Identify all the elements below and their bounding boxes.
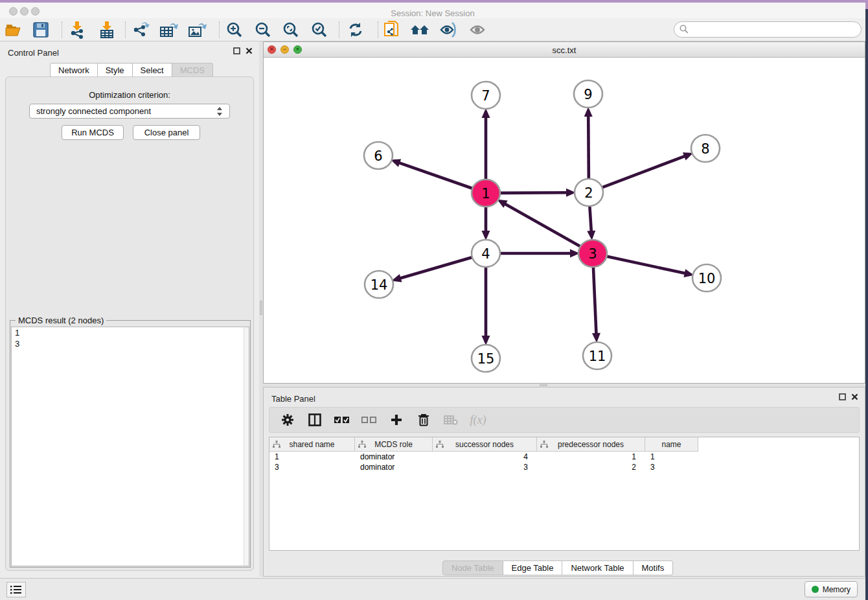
column-header-predecessor-nodes[interactable]: predecessor nodes	[537, 437, 645, 452]
zoom-fit-icon[interactable]	[280, 19, 302, 40]
network-graph[interactable]: 7968124314101511	[264, 58, 865, 383]
optimization-criterion-label: Optimization criterion:	[6, 90, 253, 100]
node-label-3: 3	[588, 246, 597, 262]
column-header-successor-nodes[interactable]: successor nodes	[433, 437, 537, 452]
show-column-icon[interactable]	[306, 411, 324, 429]
table-body: 1dominator4113dominator323	[269, 452, 859, 472]
function-builder-icon: f(x)	[469, 411, 487, 429]
memory-status-icon	[812, 586, 819, 593]
table-cell[interactable]: 2	[537, 462, 645, 472]
mcds-result-list[interactable]: 13	[11, 327, 249, 566]
control-panel-tabs: NetworkStyleSelectMCDS	[50, 63, 213, 77]
column-interaction-icon	[273, 441, 280, 448]
mcds-result-scrollbar[interactable]	[244, 327, 249, 566]
tab-edge-table[interactable]: Edge Table	[503, 560, 563, 575]
tab-motifs[interactable]: Motifs	[634, 560, 674, 575]
toolbar-separator	[378, 21, 378, 38]
hide-graphics-details-icon[interactable]	[437, 19, 459, 40]
add-column-icon[interactable]	[387, 411, 405, 429]
export-image-icon[interactable]	[187, 19, 209, 40]
export-table-icon[interactable]	[158, 19, 180, 40]
show-all-networks-icon[interactable]	[409, 19, 431, 40]
tab-mcds[interactable]: MCDS	[172, 63, 213, 77]
table-cell[interactable]: 3	[433, 462, 537, 472]
edge-2-8[interactable]	[600, 156, 685, 189]
status-bar: Memory	[0, 578, 865, 600]
edge-2-9[interactable]	[588, 115, 589, 180]
run-mcds-button[interactable]: Run MCDS	[62, 125, 124, 140]
edge-3-10[interactable]	[605, 256, 686, 273]
import-network-icon[interactable]	[66, 19, 88, 40]
table-row[interactable]: 1dominator411	[269, 452, 859, 462]
zoom-selected-icon[interactable]	[308, 19, 330, 40]
column-header-shared-name[interactable]: shared name	[269, 437, 355, 452]
memory-button[interactable]: Memory	[805, 581, 858, 597]
control-panel-title: Control Panel	[8, 48, 59, 58]
optimization-criterion-select[interactable]: strongly connected component	[29, 104, 230, 119]
table-cell[interactable]: 3	[645, 462, 698, 472]
clone-network-icon[interactable]	[381, 19, 403, 40]
export-network-icon[interactable]	[130, 19, 152, 40]
table-cell[interactable]: 3	[269, 462, 355, 472]
edge-1-6[interactable]	[398, 163, 474, 189]
edge-1-2[interactable]	[498, 192, 567, 193]
splitter-grip[interactable]	[260, 301, 262, 315]
edge-4-14[interactable]	[400, 257, 474, 278]
node-label-2: 2	[584, 185, 593, 201]
control-panel: Control Panel NetworkStyleSelectMCDS Opt…	[0, 41, 259, 577]
save-session-icon[interactable]	[30, 19, 52, 40]
table-cell[interactable]: 1	[269, 452, 355, 462]
network-window-titlebar[interactable]: ✕ − + scc.txt	[264, 42, 865, 58]
app-titlebar: Session: New Session	[0, 3, 865, 18]
table-cell[interactable]: dominator	[355, 452, 433, 462]
column-header-name[interactable]: name	[645, 437, 698, 452]
splitter-grip[interactable]	[540, 384, 547, 386]
delete-table-icon	[442, 411, 460, 429]
search-input[interactable]	[674, 21, 862, 38]
tab-network-table[interactable]: Network Table	[562, 560, 633, 575]
node-label-4: 4	[481, 246, 490, 262]
close-panel-icon[interactable]	[851, 393, 858, 400]
edge-2-3[interactable]	[589, 205, 591, 232]
table-panel: Table Panel f(x) shared nameMCDS rol	[263, 387, 865, 577]
network-view-window: ✕ − + scc.txt 7968124314101511	[263, 41, 865, 384]
float-panel-icon[interactable]	[839, 393, 846, 400]
close-panel-icon[interactable]	[246, 47, 253, 54]
unselect-all-columns-icon[interactable]	[360, 411, 378, 429]
settings-gear-icon[interactable]	[279, 411, 297, 429]
select-all-columns-icon[interactable]	[333, 411, 351, 429]
toolbar-separator	[219, 21, 220, 38]
edge-3-1[interactable]	[505, 203, 582, 247]
delete-column-icon[interactable]	[415, 411, 433, 429]
edge-3-11[interactable]	[593, 266, 597, 334]
zoom-out-icon[interactable]	[252, 19, 274, 40]
table-cell[interactable]: 4	[433, 452, 537, 462]
tab-node-table[interactable]: Node Table	[442, 560, 503, 575]
tab-style[interactable]: Style	[98, 63, 133, 77]
table-cell[interactable]: 1	[537, 452, 645, 462]
node-label-1: 1	[481, 186, 490, 202]
table-row[interactable]: 3dominator323	[269, 462, 859, 472]
toolbar-separator	[62, 21, 62, 38]
task-history-button[interactable]	[6, 582, 26, 597]
search-field	[674, 21, 862, 38]
column-interaction-icon	[436, 441, 444, 448]
node-label-8: 8	[701, 141, 709, 157]
refresh-icon[interactable]	[345, 19, 367, 40]
open-session-icon[interactable]	[3, 19, 25, 40]
import-table-icon[interactable]	[96, 19, 118, 40]
network-canvas[interactable]: 7968124314101511	[264, 58, 865, 383]
show-graphics-details-icon[interactable]	[466, 19, 488, 40]
node-label-7: 7	[481, 88, 490, 104]
zoom-in-icon[interactable]	[223, 19, 246, 40]
tab-select[interactable]: Select	[133, 63, 172, 77]
float-panel-icon[interactable]	[233, 47, 240, 54]
table-cell[interactable]: dominator	[355, 462, 433, 472]
close-panel-button[interactable]: Close panel	[133, 125, 200, 140]
list-icon	[10, 585, 22, 594]
table-cell[interactable]: 1	[645, 452, 698, 462]
selected-criterion: strongly connected component	[36, 106, 151, 116]
mcds-panel: Optimization criterion: strongly connect…	[5, 76, 254, 571]
tab-network[interactable]: Network	[50, 63, 98, 77]
column-header-MCDS-role[interactable]: MCDS role	[355, 437, 433, 452]
